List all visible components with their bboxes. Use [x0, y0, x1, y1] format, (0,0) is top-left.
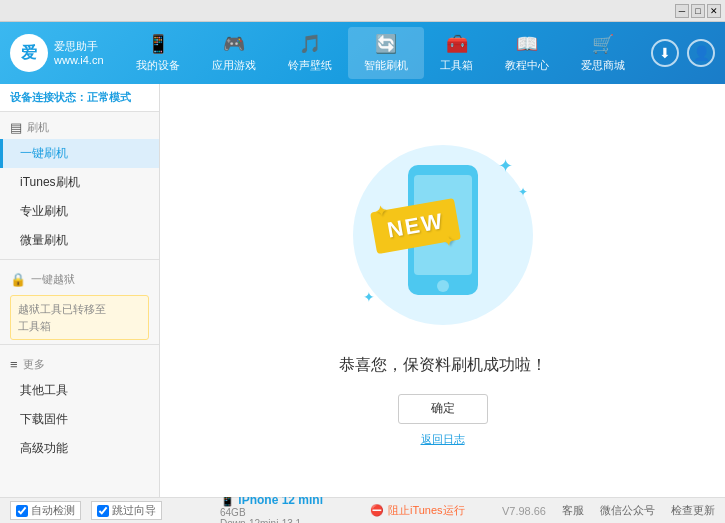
advanced-label: 高级功能 [20, 441, 68, 455]
sparkle-1: ✦ [498, 155, 513, 177]
itunes-flash-label: iTunes刷机 [20, 175, 80, 189]
nav-apps-games[interactable]: 🎮 应用游戏 [196, 27, 272, 79]
phone-home-btn [437, 280, 449, 292]
version-label: V7.98.66 [502, 505, 546, 517]
connection-status: 设备连接状态：正常模式 [0, 84, 159, 112]
logo-icon: 爱 [10, 34, 48, 72]
success-message: 恭喜您，保资料刷机成功啦！ [339, 355, 547, 376]
my-device-icon: 📱 [147, 33, 169, 55]
logo-line1: 爱思助手 [54, 39, 104, 53]
sidebar-item-itunes-flash[interactable]: iTunes刷机 [0, 168, 159, 197]
logo-area: 爱 爱思助手 www.i4.cn [10, 34, 110, 72]
auto-connect-label: 自动检测 [31, 503, 75, 518]
download-button[interactable]: ⬇ [651, 39, 679, 67]
lock-icon: 🔒 [10, 272, 26, 287]
smart-flash-icon: 🔄 [375, 33, 397, 55]
itunes-status: ⛔ 阻止iTunes运行 [370, 503, 465, 518]
main-container: 设备连接状态：正常模式 ▤ 刷机 一键刷机 iTunes刷机 专业刷机 微量刷机… [0, 84, 725, 497]
status-value: 正常模式 [87, 91, 131, 103]
sidebar-item-download-fw[interactable]: 下载固件 [0, 405, 159, 434]
sparkle-3: ✦ [363, 289, 375, 305]
flash-section-icon: ▤ [10, 120, 22, 135]
device-version: Down-12mini-13,1 [220, 518, 370, 524]
sidebar-divider-1 [0, 259, 159, 260]
sidebar-section-jailbreak: 🔒 一键越狱 [0, 264, 159, 291]
nav-shop-label: 爱思商城 [581, 58, 625, 73]
user-button[interactable]: 👤 [687, 39, 715, 67]
nav-toolbox[interactable]: 🧰 工具箱 [424, 27, 489, 79]
nav-smart-flash-label: 智能刷机 [364, 58, 408, 73]
window-controls: ─ □ ✕ [675, 4, 721, 18]
main-panel: ✦ ✦ ✦ NEW 恭喜您，保资料刷机成功啦！ 确定 返回日志 [160, 84, 725, 497]
success-illustration: ✦ ✦ ✦ NEW [343, 135, 543, 335]
bottom-right: V7.98.66 客服 微信公众号 检查更新 [465, 503, 715, 518]
logo-text: 爱思助手 www.i4.cn [54, 39, 104, 68]
check-update-link[interactable]: 检查更新 [671, 503, 715, 518]
stop-itunes-icon: ⛔ [370, 504, 384, 517]
nav-shop[interactable]: 🛒 爱思商城 [565, 27, 641, 79]
bottom-bar: 自动检测 跳过向导 📱 iPhone 12 mini 64GB Down-12m… [0, 497, 725, 523]
sidebar-section-more: ≡ 更多 [0, 349, 159, 376]
pro-flash-label: 专业刷机 [20, 204, 68, 218]
toolbox-icon: 🧰 [446, 33, 468, 55]
auto-connect-checkbox[interactable]: 自动检测 [10, 501, 81, 520]
back-to-daily-link[interactable]: 返回日志 [421, 432, 465, 447]
flash-section-label: 刷机 [27, 120, 49, 135]
restore-button[interactable]: □ [691, 4, 705, 18]
nav-apps-games-label: 应用游戏 [212, 58, 256, 73]
nav-ringtones-label: 铃声壁纸 [288, 58, 332, 73]
bottom-checkboxes: 自动检测 跳过向导 [10, 501, 210, 520]
close-button[interactable]: ✕ [707, 4, 721, 18]
nav-tutorials-label: 教程中心 [505, 58, 549, 73]
sidebar-item-advanced[interactable]: 高级功能 [0, 434, 159, 463]
more-section-icon: ≡ [10, 357, 18, 372]
wechat-official-link[interactable]: 微信公众号 [600, 503, 655, 518]
micro-flash-label: 微量刷机 [20, 233, 68, 247]
sparkle-2: ✦ [518, 185, 528, 199]
nav-bar: 📱 我的设备 🎮 应用游戏 🎵 铃声壁纸 🔄 智能刷机 🧰 工具箱 📖 教程中心… [110, 27, 651, 79]
download-fw-label: 下载固件 [20, 412, 68, 426]
onekey-flash-label: 一键刷机 [20, 146, 68, 160]
sidebar-divider-2 [0, 344, 159, 345]
apps-games-icon: 🎮 [223, 33, 245, 55]
itunes-status-label: 阻止iTunes运行 [388, 503, 465, 518]
status-label: 设备连接状态： [10, 91, 87, 103]
jailbreak-warning: 越狱工具已转移至工具箱 [10, 295, 149, 340]
jailbreak-warning-text: 越狱工具已转移至工具箱 [18, 303, 106, 332]
nav-my-device-label: 我的设备 [136, 58, 180, 73]
sidebar: 设备连接状态：正常模式 ▤ 刷机 一键刷机 iTunes刷机 专业刷机 微量刷机… [0, 84, 160, 497]
nav-smart-flash[interactable]: 🔄 智能刷机 [348, 27, 424, 79]
title-bar: ─ □ ✕ [0, 0, 725, 22]
header-actions: ⬇ 👤 [651, 39, 715, 67]
skip-wizard-checkbox[interactable]: 跳过向导 [91, 501, 162, 520]
sidebar-item-other-tools[interactable]: 其他工具 [0, 376, 159, 405]
customer-service-link[interactable]: 客服 [562, 503, 584, 518]
ringtones-icon: 🎵 [299, 33, 321, 55]
tutorials-icon: 📖 [516, 33, 538, 55]
more-section-label: 更多 [23, 357, 45, 372]
new-badge: NEW [370, 197, 461, 253]
nav-toolbox-label: 工具箱 [440, 58, 473, 73]
device-storage: 64GB [220, 507, 370, 518]
sidebar-section-flash: ▤ 刷机 [0, 112, 159, 139]
skip-wizard-label: 跳过向导 [112, 503, 156, 518]
nav-my-device[interactable]: 📱 我的设备 [120, 27, 196, 79]
jailbreak-section-label: 一键越狱 [31, 272, 75, 287]
shop-icon: 🛒 [592, 33, 614, 55]
sidebar-item-micro-flash[interactable]: 微量刷机 [0, 226, 159, 255]
auto-connect-input[interactable] [16, 505, 28, 517]
logo-line2: www.i4.cn [54, 53, 104, 67]
skip-wizard-input[interactable] [97, 505, 109, 517]
nav-ringtones[interactable]: 🎵 铃声壁纸 [272, 27, 348, 79]
other-tools-label: 其他工具 [20, 383, 68, 397]
device-info: 📱 iPhone 12 mini 64GB Down-12mini-13,1 [210, 493, 370, 524]
sidebar-item-pro-flash[interactable]: 专业刷机 [0, 197, 159, 226]
minimize-button[interactable]: ─ [675, 4, 689, 18]
header: 爱 爱思助手 www.i4.cn 📱 我的设备 🎮 应用游戏 🎵 铃声壁纸 🔄 … [0, 22, 725, 84]
nav-tutorials[interactable]: 📖 教程中心 [489, 27, 565, 79]
sidebar-item-onekey-flash[interactable]: 一键刷机 [0, 139, 159, 168]
confirm-button[interactable]: 确定 [398, 394, 488, 424]
